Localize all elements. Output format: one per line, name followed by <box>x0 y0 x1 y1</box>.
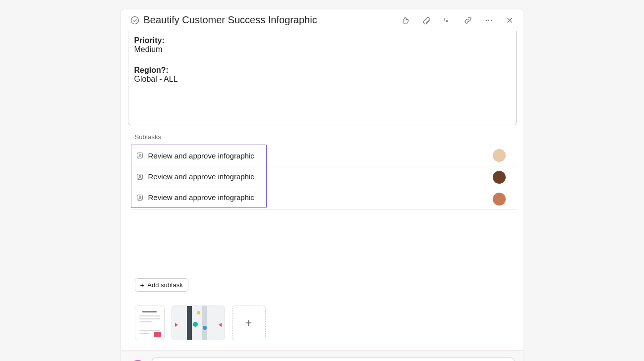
task-title-wrap: Beautify Customer Success Infographic <box>130 14 401 26</box>
attachment-icon[interactable] <box>421 15 431 25</box>
task-detail-panel: Beautify Customer Success Infographic <box>120 9 524 361</box>
subtasks-highlighted-box: Review and approve infographic Review an… <box>131 145 267 208</box>
add-subtask-label: Add subtask <box>147 281 183 289</box>
assignee-avatar[interactable] <box>493 171 506 184</box>
plus-icon: + <box>140 281 145 289</box>
svg-point-1 <box>485 19 486 20</box>
approval-pending-icon <box>135 193 144 202</box>
attachment-doc-thumb[interactable] <box>135 306 165 340</box>
task-body: Priority: Medium Region?: Global - ALL S… <box>121 31 524 350</box>
field-value: Medium <box>134 45 510 54</box>
assignee-avatar[interactable] <box>493 149 506 162</box>
close-icon[interactable] <box>505 15 515 25</box>
field-priority: Priority: Medium <box>134 36 510 54</box>
add-subtask-button[interactable]: + Add subtask <box>135 278 188 292</box>
subtask-row[interactable]: Review and approve infographic <box>131 166 266 187</box>
field-label: Priority: <box>134 36 510 45</box>
mark-complete-icon[interactable] <box>130 15 140 25</box>
svg-point-9 <box>139 196 140 198</box>
attachment-flow-thumb[interactable] <box>172 306 225 340</box>
subtask-row[interactable]: Review and approve infographic <box>131 187 266 207</box>
subtask-title: Review and approve infographic <box>148 152 254 160</box>
add-attachment-button[interactable]: + <box>232 306 266 340</box>
subtasks-list: Review and approve infographic Review an… <box>131 145 517 273</box>
subtask-icon[interactable] <box>442 15 452 25</box>
comment-box[interactable] <box>152 358 515 361</box>
approval-pending-icon <box>135 151 144 160</box>
task-footer: Collaborators + Leave task <box>121 350 524 361</box>
task-title[interactable]: Beautify Customer Success Infographic <box>144 14 317 26</box>
copy-link-icon[interactable] <box>463 15 473 25</box>
task-header: Beautify Customer Success Infographic <box>121 9 524 31</box>
header-actions <box>401 15 515 25</box>
assignee-avatar[interactable] <box>493 193 506 206</box>
svg-point-2 <box>488 19 489 20</box>
plus-icon: + <box>245 316 252 330</box>
field-region: Region?: Global - ALL <box>134 66 510 84</box>
description-box[interactable]: Priority: Medium Region?: Global - ALL <box>128 31 517 125</box>
comment-row <box>130 358 515 361</box>
field-label: Region?: <box>134 66 510 75</box>
field-value: Global - ALL <box>134 75 510 84</box>
subtask-title: Review and approve infographic <box>148 193 254 202</box>
svg-point-0 <box>131 16 138 24</box>
subtask-title: Review and approve infographic <box>148 172 254 181</box>
svg-point-7 <box>139 175 140 177</box>
subtask-row[interactable]: Review and approve infographic <box>131 145 266 166</box>
svg-point-5 <box>139 154 140 155</box>
more-icon[interactable] <box>484 15 494 25</box>
approval-pending-icon <box>135 172 144 181</box>
like-icon[interactable] <box>401 15 410 25</box>
subtasks-section-label: Subtasks <box>135 133 516 141</box>
attachments-row: + <box>135 306 517 340</box>
svg-point-3 <box>491 19 492 20</box>
